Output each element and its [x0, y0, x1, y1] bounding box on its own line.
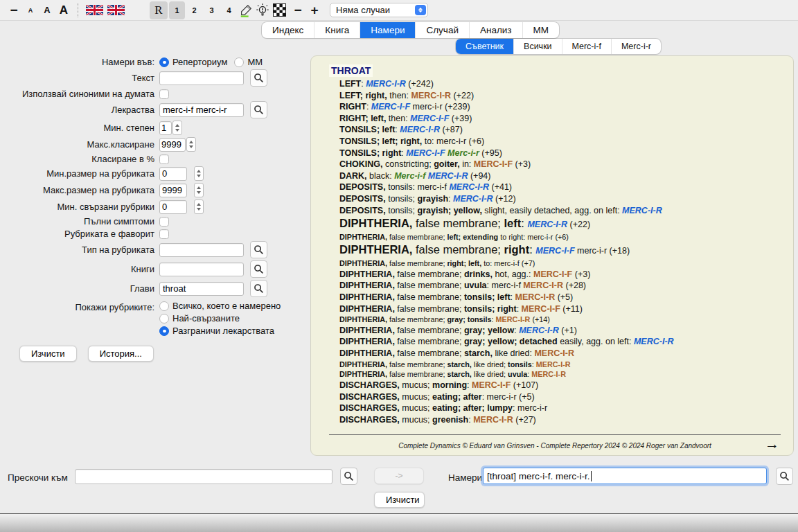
main-tab-4[interactable]: Анализ — [470, 22, 523, 38]
remedy-abbrev[interactable]: MERC-I-R — [428, 171, 468, 181]
find-in-mm-radio[interactable]: ММ — [234, 57, 263, 67]
result-line[interactable]: DIPHTHERIA, false membrane; starch, like… — [329, 348, 781, 360]
result-line[interactable]: DIPHTHERIA, false membrane; uvula: merc-… — [329, 280, 781, 292]
text-input[interactable] — [159, 71, 244, 85]
history-button[interactable]: История... — [88, 346, 154, 362]
remedy-abbrev[interactable]: MERC-I-R — [536, 360, 571, 369]
synonyms-checkbox[interactable] — [159, 89, 169, 99]
chapters-search-button[interactable] — [250, 280, 267, 297]
grade-1-button[interactable]: 1 — [169, 1, 185, 19]
grade-3-button[interactable]: 3 — [204, 1, 220, 19]
sub-tab-2[interactable]: Merc-i-f — [562, 39, 612, 54]
result-line[interactable]: DIPHTHERIA, false membrane; starch, like… — [329, 360, 781, 370]
books-search-button[interactable] — [250, 260, 267, 278]
edit-pencil-button[interactable] — [238, 1, 254, 19]
result-line[interactable]: TONSILS; left: MERC-I-R (+87) — [329, 124, 781, 136]
result-line[interactable]: TONSILS; left; right, to: merc-i-r (+6) — [329, 136, 781, 148]
result-line[interactable]: CHOKING, constricting; goiter, in: MERC-… — [329, 159, 781, 170]
result-line[interactable]: RIGHT: MERC-I-F merc-i-r (+239) — [329, 101, 781, 113]
remedy-abbrev[interactable]: MERC-I-R — [519, 326, 559, 335]
result-line[interactable]: DEPOSITS, tonsils; grayish; yellow, slig… — [329, 205, 781, 217]
rubric-type-search-button[interactable] — [250, 241, 267, 258]
next-page-arrow-icon[interactable]: → — [765, 438, 779, 450]
crossword-grid-button[interactable] — [272, 1, 287, 19]
result-line[interactable]: RIGHT; left, then: MERC-I-F (+39) — [329, 113, 781, 125]
font-size-large-button[interactable]: A — [56, 1, 71, 19]
remedy-abbrev[interactable]: MERC-I-F — [472, 380, 511, 390]
jump-to-input[interactable] — [75, 469, 332, 484]
show-differentiate-remedies-radio[interactable]: Разграничи лекарствата — [159, 326, 274, 336]
result-line[interactable]: DIPHTHERIA, false membrane; left; extend… — [329, 232, 781, 242]
remedy-abbrev[interactable]: MERC-I-F — [410, 114, 449, 123]
result-line[interactable]: LEFT; right, then: MERC-I-R (+22) — [329, 90, 781, 102]
find-input[interactable]: [throat] merc-i-f. merc-i-r. — [483, 468, 767, 484]
remedy-abbrev[interactable]: MERC-I-R — [527, 220, 567, 229]
forward-arrow-button[interactable]: -> — [374, 468, 424, 484]
zoom-out-button[interactable]: − — [290, 1, 305, 19]
min-linked-input[interactable] — [159, 200, 187, 214]
remedy-abbrev[interactable]: MERC-I-F — [474, 159, 513, 169]
remedy-abbrev[interactable]: MERC-I-R — [515, 292, 556, 302]
remedy-abbrev[interactable]: MERC-I-R — [366, 79, 406, 89]
favorite-checkbox[interactable] — [159, 229, 169, 239]
result-line[interactable]: DISCHARGES, mucus; morning: MERC-I-F (+1… — [329, 380, 781, 391]
remedy-abbrev[interactable]: MERC-I-F — [522, 304, 560, 314]
sub-tab-1[interactable]: Всички — [514, 39, 562, 54]
result-line[interactable]: DIPHTHERIA, false membrane; left: MERC-I… — [329, 216, 781, 232]
remedy-abbrev[interactable]: MERC-I-R — [473, 415, 513, 425]
result-line[interactable]: DIPHTHERIA, false membrane; right: MERC-… — [329, 242, 781, 258]
remedy-abbrev[interactable]: MERC-I-R — [523, 281, 563, 290]
result-line[interactable]: DISCHARGES, mucus; eating; after; lumpy:… — [329, 402, 781, 414]
zoom-in-button[interactable]: + — [307, 1, 322, 19]
main-tab-2[interactable]: Намери — [360, 22, 416, 38]
result-line[interactable]: DIPHTHERIA, false membrane; gray; yellow… — [329, 336, 781, 348]
sub-tab-0[interactable]: Съветник — [456, 39, 514, 54]
ranking-pct-checkbox[interactable] — [159, 154, 169, 164]
result-line[interactable]: DARK, black: Merc-i-f MERC-I-R (+94) — [329, 170, 781, 182]
rubric-type-input[interactable] — [159, 243, 244, 257]
results-chapter-heading[interactable]: THROAT — [329, 64, 373, 77]
min-linked-stepper[interactable] — [194, 200, 204, 214]
max-ranking-input[interactable] — [159, 138, 186, 152]
min-rubric-size-stepper[interactable] — [194, 166, 204, 181]
result-line[interactable]: DEPOSITS, tonsils: merc-i-f MERC-I-R (+4… — [329, 181, 781, 193]
result-line[interactable]: DISCHARGES, mucus; greenish: MERC-I-R (+… — [329, 414, 781, 426]
language-flag-uk-icon[interactable] — [86, 1, 103, 19]
result-line[interactable]: LEFT: MERC-I-R (+242) — [329, 78, 781, 90]
full-symptoms-checkbox[interactable] — [159, 217, 169, 227]
remedy-abbrev[interactable]: merc-i-r — [487, 392, 517, 402]
remedy-abbrev[interactable]: MERC-I-R — [400, 125, 440, 134]
main-tab-0[interactable]: Индекс — [262, 22, 314, 38]
result-line[interactable]: DIPHTHERIA, false membrane; tonsils; lef… — [329, 292, 781, 303]
max-rubric-size-stepper[interactable] — [194, 183, 204, 197]
show-most-related-radio[interactable]: Най-свързаните — [159, 313, 240, 323]
books-input[interactable] — [159, 263, 244, 276]
result-line[interactable]: DIPHTHERIA, false membrane; gray; yellow… — [329, 325, 781, 337]
sub-tab-3[interactable]: Merc-i-r — [612, 39, 661, 54]
result-line[interactable]: DIPHTHERIA, false membrane; gray; tonsil… — [329, 314, 781, 325]
grade-4-button[interactable]: 4 — [221, 1, 237, 19]
main-tab-5[interactable]: ММ — [523, 22, 560, 38]
max-ranking-stepper[interactable] — [186, 137, 196, 152]
remedy-abbrev[interactable]: merc-i-r — [410, 102, 443, 112]
language-flag-uk2-icon[interactable] — [107, 1, 125, 19]
remedy-abbrev[interactable]: MERC-I-F — [533, 269, 572, 279]
max-rubric-size-input[interactable] — [159, 184, 187, 197]
min-grade-stepper[interactable] — [172, 121, 182, 135]
remedy-abbrev[interactable]: MERC-I-R — [531, 370, 566, 378]
font-size-medium-button[interactable]: A — [39, 1, 55, 19]
result-line[interactable]: DIPHTHERIA, false membrane; starch, like… — [329, 369, 781, 380]
remedy-abbrev[interactable]: merc-i-r — [575, 246, 608, 256]
collapse-button[interactable]: − — [6, 1, 21, 19]
font-size-small-button[interactable]: A — [23, 1, 38, 19]
main-tab-3[interactable]: Случай — [416, 22, 469, 38]
remedy-abbrev[interactable]: merc-i-r — [527, 233, 553, 241]
remedies-input[interactable] — [159, 103, 244, 117]
show-all-found-radio[interactable]: Всичко, което е намерено — [159, 301, 281, 311]
remedy-abbrev[interactable]: MERC-I-R — [634, 337, 674, 346]
remedy-abbrev[interactable]: MERC-I-R — [534, 348, 574, 358]
min-grade-input[interactable] — [159, 121, 172, 135]
result-line[interactable]: DIPHTHERIA, false membrane; drinks, hot,… — [329, 269, 781, 281]
chapters-input[interactable] — [159, 282, 244, 296]
text-search-button[interactable] — [250, 69, 267, 87]
